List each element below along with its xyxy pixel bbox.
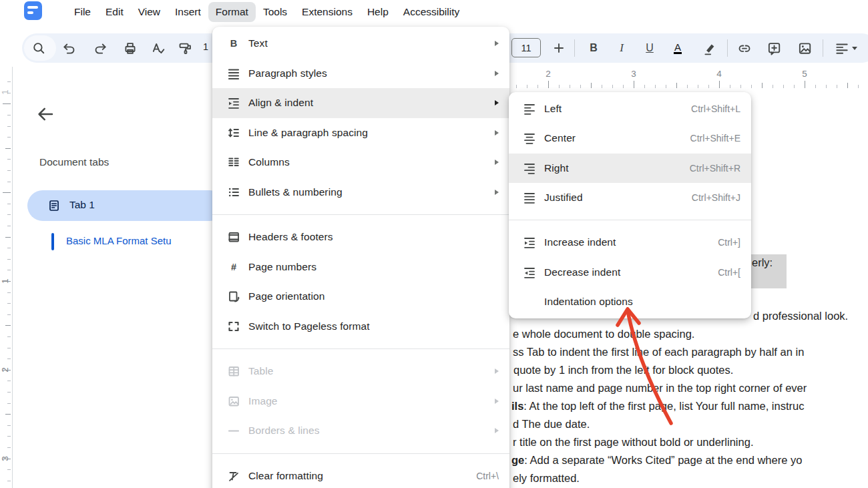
insert-image-button[interactable] bbox=[795, 39, 814, 57]
menu-item-image[interactable]: Image bbox=[212, 387, 509, 417]
font-size-input[interactable]: 11 bbox=[511, 38, 541, 57]
document-text-line[interactable]: ur last name and page number in the top … bbox=[513, 381, 807, 395]
undo-button[interactable] bbox=[59, 39, 78, 57]
menu-item-table[interactable]: Table bbox=[212, 356, 509, 387]
menu-edit[interactable]: Edit bbox=[98, 2, 131, 22]
italic-button[interactable]: I bbox=[612, 39, 631, 57]
submenu-item-decrease-indent[interactable]: Decrease indent Ctrl+[ bbox=[509, 257, 751, 286]
submenu-arrow-icon bbox=[495, 369, 499, 374]
docs-logo-icon[interactable] bbox=[24, 1, 42, 20]
toolbar-divider bbox=[574, 39, 575, 57]
search-menus-button[interactable] bbox=[29, 39, 48, 57]
align-right-icon bbox=[523, 162, 536, 175]
document-text-line[interactable]: ss Tab to indent the first line of each … bbox=[513, 344, 804, 359]
document-tabs-sidebar: Document tabs Tab 1 Basic MLA Format Set… bbox=[12, 67, 213, 488]
menu-tools[interactable]: Tools bbox=[256, 2, 294, 22]
vertical-ruler[interactable]: 1 1 2 3 bbox=[0, 67, 12, 488]
menu-item-pageless[interactable]: Switch to Pageless format bbox=[212, 312, 509, 342]
zoom-control-partial[interactable]: 1 bbox=[203, 41, 208, 52]
submenu-item-increase-indent[interactable]: Increase indent Ctrl+] bbox=[509, 228, 751, 257]
pageless-icon bbox=[227, 320, 240, 333]
bullets-numbering-icon bbox=[227, 186, 240, 199]
menu-view[interactable]: View bbox=[131, 2, 168, 22]
menu-file[interactable]: File bbox=[67, 2, 98, 22]
redo-icon bbox=[93, 41, 108, 55]
menu-help[interactable]: Help bbox=[360, 2, 396, 22]
submenu-arrow-icon bbox=[495, 41, 499, 46]
submenu-arrow-icon bbox=[495, 100, 499, 105]
document-tab-icon bbox=[47, 199, 61, 212]
outline-heading-link[interactable]: Basic MLA Format Setu bbox=[66, 235, 172, 246]
document-text-line[interactable]: r title on the first page without bold o… bbox=[513, 435, 753, 449]
submenu-arrow-icon bbox=[495, 190, 499, 195]
menu-item-bullets-numbering[interactable]: Bullets & numbering bbox=[212, 178, 509, 208]
underline-button[interactable]: U bbox=[640, 39, 659, 57]
back-arrow-icon bbox=[35, 104, 55, 124]
close-sidebar-button[interactable] bbox=[35, 104, 55, 124]
spelling-check-button[interactable] bbox=[149, 39, 168, 57]
submenu-arrow-icon bbox=[495, 71, 499, 76]
clear-formatting-icon bbox=[227, 469, 240, 483]
increase-font-size-button[interactable] bbox=[550, 39, 568, 57]
align-center-icon bbox=[523, 132, 536, 145]
submenu-item-right[interactable]: Right Ctrl+Shift+R bbox=[509, 154, 751, 183]
highlight-color-button[interactable] bbox=[700, 39, 719, 57]
menu-item-line-spacing[interactable]: Line & paragraph spacing bbox=[212, 118, 509, 148]
submenu-item-center[interactable]: Center Ctrl+Shift+E bbox=[509, 124, 751, 153]
menu-insert[interactable]: Insert bbox=[168, 2, 208, 22]
menu-item-page-orientation[interactable]: Page orientation bbox=[212, 282, 509, 312]
headers-footers-icon bbox=[227, 230, 240, 244]
text-color-icon: A bbox=[674, 42, 682, 54]
document-text-line[interactable]: ely formatted. bbox=[513, 471, 580, 485]
menu-item-borders-lines[interactable]: Borders & lines bbox=[212, 416, 509, 446]
document-text-line[interactable]: d The due date. bbox=[513, 417, 590, 431]
comment-plus-icon bbox=[767, 41, 781, 55]
menu-item-text[interactable]: B Text bbox=[212, 29, 509, 59]
increase-indent-icon bbox=[523, 236, 536, 249]
add-comment-button[interactable] bbox=[765, 39, 783, 57]
submenu-arrow-icon bbox=[495, 160, 499, 165]
table-icon bbox=[227, 364, 240, 378]
menu-accessibility[interactable]: Accessibility bbox=[396, 2, 467, 22]
plus-icon bbox=[552, 41, 566, 55]
image-icon bbox=[227, 395, 240, 408]
menu-item-columns[interactable]: Columns bbox=[212, 148, 509, 178]
menu-item-paragraph-styles[interactable]: Paragraph styles bbox=[212, 59, 509, 89]
document-text-line[interactable]: quote by 1 inch from the left for block … bbox=[513, 362, 733, 377]
highlighter-pen-icon bbox=[702, 41, 717, 55]
paint-format-button[interactable] bbox=[176, 39, 194, 57]
menu-items: File Edit View Insert Format Tools Exten… bbox=[67, 0, 467, 24]
page-orientation-icon bbox=[227, 290, 240, 303]
print-icon bbox=[123, 41, 138, 55]
submenu-item-justified[interactable]: Justified Ctrl+Shift+J bbox=[509, 183, 751, 212]
sidebar-title: Document tabs bbox=[39, 156, 109, 168]
redo-button[interactable] bbox=[91, 39, 110, 57]
document-text-line[interactable]: e whole document to double spacing. bbox=[513, 326, 694, 341]
ruler-number: 4 bbox=[711, 69, 727, 79]
print-button[interactable] bbox=[121, 39, 140, 57]
borders-lines-icon bbox=[227, 424, 240, 437]
insert-link-button[interactable] bbox=[735, 39, 754, 57]
menu-extensions[interactable]: Extensions bbox=[294, 2, 360, 22]
align-justify-icon bbox=[523, 191, 536, 204]
submenu-item-left[interactable]: Left Ctrl+Shift+L bbox=[509, 94, 751, 124]
menu-item-page-numbers[interactable]: # Page numbers bbox=[212, 252, 509, 282]
menu-format[interactable]: Format bbox=[208, 2, 256, 22]
format-menu: B Text Paragraph styles Align & indent L… bbox=[212, 27, 509, 488]
ruler-number: 3 bbox=[626, 69, 642, 79]
outline-active-indicator bbox=[51, 233, 54, 250]
document-text-line[interactable]: ge: Add a separate “Works Cited” page at… bbox=[511, 453, 802, 467]
document-text-line[interactable]: d professional look. bbox=[753, 308, 848, 323]
sidebar-item-tab1[interactable]: Tab 1 bbox=[27, 190, 225, 221]
menu-item-clear-formatting[interactable]: Clear formatting Ctrl+\ bbox=[212, 461, 509, 488]
align-dropdown-button[interactable] bbox=[831, 39, 861, 57]
text-color-button[interactable]: A bbox=[668, 39, 687, 57]
toolbar-divider bbox=[727, 39, 728, 57]
bold-button[interactable]: B bbox=[584, 39, 603, 57]
text-selection-highlight: erly: bbox=[748, 254, 787, 288]
document-text-line[interactable]: ils: At the top left of the first page, … bbox=[511, 399, 804, 413]
submenu-arrow-icon bbox=[495, 399, 499, 404]
menu-item-align-indent[interactable]: Align & indent bbox=[212, 88, 509, 118]
submenu-item-indentation-options[interactable]: Indentation options bbox=[509, 287, 751, 316]
menu-item-headers-footers[interactable]: Headers & footers bbox=[212, 222, 509, 252]
